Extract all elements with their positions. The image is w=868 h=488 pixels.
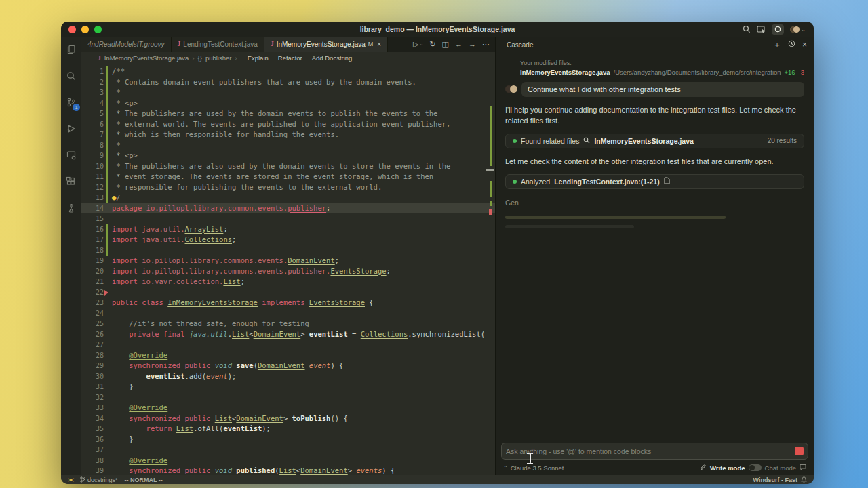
tool-call-analyze[interactable]: Analyzed LendingTestContext.java:(1-21)	[505, 174, 804, 189]
git-added-gutter	[106, 161, 112, 172]
code-line-33[interactable]: 33 @Override	[81, 403, 495, 413]
activity-bar-item-testing[interactable]	[64, 201, 79, 216]
activity-bar-item-remote[interactable]	[64, 148, 79, 163]
codelens-refactor[interactable]: Refactor	[278, 54, 302, 62]
tab-4ndReadModelsIT.groovy[interactable]: 4ndReadModelsIT.groovy	[81, 37, 172, 52]
activity-bar-item-source-control[interactable]: 1	[64, 95, 79, 110]
code-line-11[interactable]: 11 * event storage. The events are store…	[81, 171, 495, 182]
gutter	[106, 371, 112, 382]
line-number: 34	[81, 413, 104, 424]
code-area[interactable]: 1/**2 * Contains domain event publishers…	[81, 64, 495, 475]
remote-indicator[interactable]: ><	[68, 476, 73, 483]
code-line-4[interactable]: 4 * <p>	[81, 98, 495, 109]
code-line-22[interactable]: 22	[81, 287, 495, 298]
code-line-34[interactable]: 34 synchronized public List<DomainEvent>…	[81, 413, 495, 424]
code-line-25[interactable]: 25 //it's not thread safe, enough for te…	[81, 319, 495, 329]
mode-toggle[interactable]	[749, 464, 762, 471]
breadcrumb-symbol[interactable]: publisher	[205, 54, 232, 62]
breadcrumb-file[interactable]: InMemoryEventsStorage.java	[104, 54, 189, 62]
codelens-explain[interactable]: Explain	[248, 54, 269, 62]
modified-file-row[interactable]: InMemoryEventsStorage.java /Users/andyzh…	[520, 68, 804, 76]
gutter	[106, 434, 112, 445]
split-editor-icon[interactable]: ◫	[442, 40, 449, 49]
code-line-17[interactable]: 17import java.util.Collections;	[81, 235, 495, 245]
stop-button[interactable]	[795, 447, 804, 455]
line-number: 19	[81, 256, 104, 266]
chat-input[interactable]	[506, 447, 795, 455]
activity-bar-item-extensions[interactable]	[64, 174, 79, 189]
code-line-38[interactable]: 38 @Override	[81, 455, 495, 466]
code-line-2[interactable]: 2 * Contains domain event publishers tha…	[81, 77, 495, 88]
git-added-gutter	[106, 129, 112, 140]
code-line-5[interactable]: 5 * The publishers are used by the domai…	[81, 108, 495, 119]
back-icon[interactable]: ←	[455, 40, 462, 48]
git-added-gutter	[106, 150, 112, 161]
code-line-29[interactable]: 29 synchronized public void save(DomainE…	[81, 361, 495, 371]
minimize-window-button[interactable]	[81, 26, 89, 33]
git-branch-item[interactable]: docstrings*	[80, 476, 118, 483]
tab-LendingTestContext.java[interactable]: JLendingTestContext.java	[172, 37, 264, 52]
code-line-8[interactable]: 8 *	[81, 140, 495, 151]
tab-InMemoryEventsStorage.java[interactable]: JInMemoryEventsStorage.javaM×	[264, 37, 388, 52]
code-line-16[interactable]: 16import java.util.ArrayList;	[81, 224, 495, 235]
layout-icon[interactable]	[757, 25, 766, 33]
loading-skeleton-bar	[505, 225, 634, 228]
chat-bubble-icon	[800, 464, 806, 472]
code-line-6[interactable]: 6 * external world. The events are publi…	[81, 119, 495, 130]
model-selector[interactable]: ⌃ Claude 3.5 Sonnet	[503, 464, 564, 472]
codelens-add-docstring[interactable]: Add Docstring	[312, 54, 353, 62]
code-line-24[interactable]: 24	[81, 308, 495, 319]
code-line-39[interactable]: 39 synchronized public void published(Li…	[81, 466, 495, 475]
activity-bar-item-run-debug[interactable]	[64, 121, 79, 136]
add-conversation-icon[interactable]: ＋	[773, 39, 781, 51]
close-tab-icon[interactable]: ×	[377, 41, 381, 48]
analyzed-file-link[interactable]: LendingTestContext.java:(1-21)	[554, 178, 660, 186]
code-line-7[interactable]: 7 * which is then responsible for handli…	[81, 129, 495, 140]
code-line-26[interactable]: 26 private final java.util.List<DomainEv…	[81, 329, 495, 340]
activity-bar-item-explorer[interactable]	[64, 42, 79, 57]
windsurf-status[interactable]: Windsurf - Fast	[753, 476, 807, 483]
code-line-15[interactable]: 15	[81, 214, 495, 224]
code-line-20[interactable]: 20import io.pillopl.library.commons.even…	[81, 266, 495, 277]
search-icon[interactable]	[743, 25, 751, 33]
account-avatar[interactable]: ⌄	[790, 26, 806, 33]
assistant-message: I'll help you continue adding documentat…	[505, 105, 804, 127]
run-button[interactable]: ▷⌄	[413, 40, 423, 49]
line-number: 11	[81, 171, 104, 182]
tool-call-search[interactable]: Found related files InMemoryEventsStorag…	[505, 134, 804, 148]
code-line-36[interactable]: 36 }	[81, 434, 495, 445]
code-line-27[interactable]: 27	[81, 340, 495, 350]
history-icon[interactable]	[788, 40, 795, 49]
code-line-21[interactable]: 21import io.vavr.collection.List;	[81, 277, 495, 287]
code-line-12[interactable]: 12 * responsible for publishing the even…	[81, 182, 495, 193]
code-line-28[interactable]: 28 @Override	[81, 350, 495, 361]
git-added-gutter	[106, 108, 112, 119]
code-line-32[interactable]: 32	[81, 392, 495, 403]
code-line-37[interactable]: 37	[81, 445, 495, 455]
more-actions-icon[interactable]: ⋯	[482, 40, 490, 49]
code-line-18[interactable]: 18	[81, 245, 495, 256]
code-line-14[interactable]: 14package io.pillopl.library.common.even…	[81, 203, 495, 214]
code-line-1[interactable]: 1/**	[81, 66, 495, 77]
code-line-10[interactable]: 10 * The publishers are also used by the…	[81, 161, 495, 172]
close-window-button[interactable]	[68, 26, 76, 33]
code-line-3[interactable]: 3 *	[81, 87, 495, 98]
breadcrumb-actions: ExplainRefactorAdd Docstring	[248, 54, 353, 62]
code-line-19[interactable]: 19import io.pillopl.library.commons.even…	[81, 256, 495, 266]
status-dot	[513, 139, 517, 143]
code-line-30[interactable]: 30 eventList.add(event);	[81, 371, 495, 382]
maximize-window-button[interactable]	[94, 26, 102, 33]
code-line-35[interactable]: 35 return List.ofAll(eventList);	[81, 424, 495, 434]
model-name: Claude 3.5 Sonnet	[511, 464, 564, 472]
code-line-23[interactable]: 23public class InMemoryEventsStorage imp…	[81, 298, 495, 308]
forward-icon[interactable]: →	[469, 40, 476, 48]
open-changes-icon[interactable]: ↻	[429, 40, 435, 49]
line-number: 14	[81, 203, 104, 214]
activity-bar-item-search[interactable]	[64, 68, 79, 83]
close-panel-icon[interactable]: ×	[802, 40, 807, 49]
git-added-gutter	[106, 77, 112, 88]
code-line-31[interactable]: 31 }	[81, 382, 495, 392]
record-button[interactable]	[772, 24, 784, 35]
code-line-13[interactable]: 13●/	[81, 192, 495, 203]
code-line-9[interactable]: 9 * <p>	[81, 150, 495, 161]
